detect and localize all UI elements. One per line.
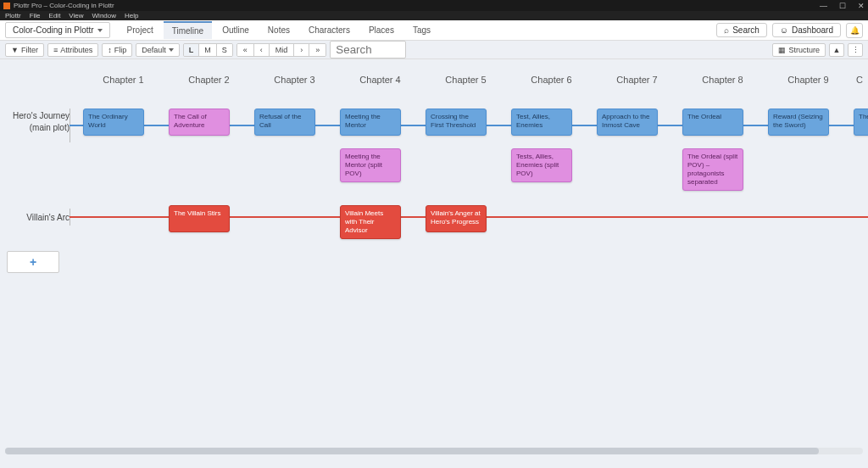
scene-card[interactable]: The Ordeal (split POV) – protagonists se… (682, 148, 743, 191)
structure-button[interactable]: ▦ Structure (772, 43, 826, 57)
attributes-label: Attributes (60, 46, 92, 54)
flip-icon: ↕ (108, 46, 112, 54)
scene-card[interactable]: The Ordeal (682, 109, 743, 136)
menu-view[interactable]: View (69, 12, 83, 20)
app-menubar: Plottr File Edit View Window Help (0, 11, 868, 20)
structure-label: Structure (788, 46, 820, 54)
chapter-header[interactable]: Chapter 7 (594, 75, 680, 85)
scene-card[interactable]: The Villain Stirs (169, 205, 230, 232)
maximize-icon[interactable]: ☐ (839, 2, 846, 10)
horizontal-scrollbar[interactable] (5, 448, 863, 454)
search-label: Search (732, 25, 760, 35)
plotline-label-hero[interactable]: Hero's Journey (main plot) (0, 110, 70, 133)
attributes-button[interactable]: ≡ Attributes (47, 43, 98, 57)
more-button[interactable]: ⋮ (848, 43, 863, 57)
default-label: Default (142, 46, 166, 54)
tab-project[interactable]: Project (119, 22, 162, 38)
close-icon[interactable]: ✕ (858, 2, 865, 10)
dashboard-label: Dashboard (792, 25, 833, 35)
menu-window[interactable]: Window (92, 12, 116, 20)
tab-outline[interactable]: Outline (214, 22, 258, 38)
chapter-header[interactable]: Chapter 5 (423, 75, 509, 85)
chapter-header[interactable]: Chapter 9 (765, 75, 851, 85)
timeline-toolbar: ▼ Filter ≡ Attributes ↕ Flip Default L M… (0, 41, 868, 59)
structure-icon: ▦ (778, 46, 786, 54)
window-titlebar: Plottr Pro – Color-Coding in Plottr — ☐ … (0, 0, 868, 11)
chapter-header[interactable]: Chapter 2 (166, 75, 252, 85)
scene-card[interactable]: The (854, 109, 868, 136)
chapter-header-row: Chapter 1 Chapter 2 Chapter 3 Chapter 4 … (0, 75, 868, 85)
scene-card[interactable]: Villain Meets with Their Advisor (340, 205, 401, 239)
nav-last[interactable]: » (309, 44, 326, 56)
scene-card[interactable]: Crossing the First Threshold (426, 109, 487, 136)
scene-card[interactable]: The Call of Adventure (169, 109, 230, 136)
chevron-down-icon (97, 29, 103, 32)
zoom-toggle: L M S (183, 43, 233, 57)
tab-places[interactable]: Places (360, 22, 403, 38)
chapter-header[interactable]: Chapter 1 (81, 75, 166, 85)
tab-tags[interactable]: Tags (404, 22, 439, 38)
chapter-header[interactable]: Chapter 3 (252, 75, 337, 85)
chevron-down-icon (169, 48, 174, 52)
chapter-header[interactable]: Chapter 6 (509, 75, 594, 85)
scene-card[interactable]: Tests, Allies, Enemies (split POV) (511, 148, 572, 182)
window-title: Plottr Pro – Color-Coding in Plottr (14, 2, 114, 9)
scrollbar-thumb[interactable] (5, 448, 819, 454)
pager-nav: « ‹ Mid › » (236, 43, 327, 57)
scene-card[interactable]: Villain's Anger at Hero's Progress (426, 205, 487, 232)
filter-button[interactable]: ▼ Filter (5, 43, 44, 57)
list-icon: ≡ (53, 46, 58, 54)
search-icon: ⌕ (724, 25, 729, 35)
chapter-header[interactable]: Chapter 8 (680, 75, 765, 85)
filter-label: Filter (21, 46, 38, 54)
nav-mid[interactable]: Mid (270, 44, 295, 56)
scene-card[interactable]: Meeting the Mentor (split POV) (340, 148, 401, 182)
nav-prev[interactable]: ‹ (254, 44, 270, 56)
plotline-label-villain[interactable]: Villain's Arc (0, 212, 70, 224)
nav-next[interactable]: › (294, 44, 309, 56)
menu-plottr[interactable]: Plottr (5, 12, 21, 20)
scene-card[interactable]: Refusal of the Call (254, 109, 315, 136)
bell-icon: 🔔 (850, 26, 860, 35)
default-dropdown[interactable]: Default (136, 43, 180, 57)
project-dropdown-label: Color-Coding in Plottr (13, 25, 94, 35)
tab-notes[interactable]: Notes (259, 22, 298, 38)
timeline-canvas[interactable]: Chapter 1 Chapter 2 Chapter 3 Chapter 4 … (0, 59, 868, 458)
account-button[interactable]: ▲ (829, 43, 844, 57)
app-icon (3, 3, 10, 9)
search-button[interactable]: ⌕ Search (716, 23, 767, 37)
flip-button[interactable]: ↕ Flip (102, 43, 132, 57)
zoom-large[interactable]: L (184, 44, 200, 56)
tab-timeline[interactable]: Timeline (164, 21, 212, 39)
project-dropdown[interactable]: Color-Coding in Plottr (5, 22, 110, 38)
top-nav: Color-Coding in Plottr Project Timeline … (0, 20, 868, 41)
person-icon: ☺ (780, 25, 788, 35)
scene-card[interactable]: The Ordinary World (83, 109, 144, 136)
dashboard-button[interactable]: ☺ Dashboard (772, 23, 841, 37)
scene-card[interactable]: Test, Allies, Enemies (511, 109, 572, 136)
chapter-header[interactable]: Chapter 4 (337, 75, 423, 85)
menu-edit[interactable]: Edit (49, 12, 61, 20)
scene-card[interactable]: Reward (Seizing the Sword) (768, 109, 829, 136)
nav-first[interactable]: « (237, 44, 254, 56)
scene-card[interactable]: Meeting the Mentor (340, 109, 401, 136)
plus-icon: + (30, 255, 36, 269)
kebab-icon: ⋮ (852, 46, 860, 54)
user-icon: ▲ (833, 46, 841, 54)
menu-help[interactable]: Help (125, 12, 138, 20)
chapter-header[interactable]: C (851, 75, 868, 85)
filter-icon: ▼ (11, 46, 19, 54)
scene-card[interactable]: Approach to the Inmost Cave (597, 109, 658, 136)
add-plotline-button[interactable]: + (7, 251, 59, 273)
notifications-button[interactable]: 🔔 (846, 23, 863, 38)
toolbar-search-input[interactable] (330, 41, 406, 58)
tab-characters[interactable]: Characters (300, 22, 359, 38)
zoom-medium[interactable]: M (199, 44, 217, 56)
minimize-icon[interactable]: — (820, 2, 827, 10)
menu-file[interactable]: File (30, 12, 41, 20)
flip-label: Flip (114, 46, 127, 54)
zoom-small[interactable]: S (217, 44, 232, 56)
